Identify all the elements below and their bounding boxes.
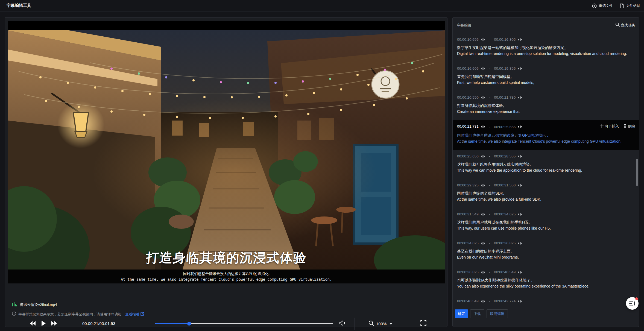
subtitle-entry[interactable]: 00:00:34.625 - 00:00:36.825 甚至在我们的微信的小程序…	[453, 237, 639, 266]
end-time[interactable]: 00:00:34.625	[494, 212, 516, 216]
subtitle-text-en[interactable]: First, we help customers build spatial m…	[457, 80, 634, 86]
time-adjust-icon[interactable]	[481, 38, 485, 41]
time-adjust-icon[interactable]	[481, 67, 485, 70]
time-adjust-icon[interactable]	[518, 184, 522, 187]
rewind-button[interactable]	[30, 321, 36, 326]
end-time[interactable]: 00:00:25.656	[494, 125, 516, 129]
subtitle-entry[interactable]: 00:00:20.550 - 00:00:21.730 打造身临其境的沉浸式体验…	[453, 91, 639, 120]
feedback-list-icon	[629, 301, 635, 307]
fast-forward-button[interactable]	[51, 321, 57, 326]
time-separator: -	[489, 125, 490, 129]
end-time[interactable]: 00:00:31.550	[494, 183, 516, 187]
divider	[354, 318, 355, 330]
topbar-actions: 重选文件 文件信息	[592, 0, 640, 11]
reselect-file-button[interactable]: 重选文件	[592, 3, 613, 8]
end-time[interactable]: 00:00:16.305	[494, 37, 516, 42]
start-time[interactable]: 00:00:31.549	[457, 212, 479, 216]
end-time[interactable]: 00:00:40.549	[494, 270, 516, 274]
time-adjust-icon[interactable]	[481, 96, 485, 99]
file-row: 腾讯云渲染v2final.mp4	[12, 302, 57, 308]
notification-dot	[635, 297, 638, 300]
subtitle-style-note: 字幕样式仅为效果示意，若需压制字幕至视频内，请使用转码功能	[18, 312, 121, 317]
time-adjust-icon[interactable]	[518, 67, 522, 70]
subtitle-text-zh[interactable]: 打造身临其境的沉浸式体验,	[457, 102, 634, 109]
time-adjust-icon[interactable]	[518, 96, 522, 99]
entry-time-row: 00:00:40.549 - 00:00:42.774	[457, 299, 634, 303]
subtitle-entry[interactable]: 00:00:25.656 - 00:00:28.555 这样我们就可以将应用搬到…	[453, 150, 639, 179]
subtitle-text-en[interactable]: Create an immersive experience that	[457, 109, 634, 115]
info-icon	[12, 312, 16, 317]
subtitle-text-en[interactable]: Digital twin real-time rendering is a on…	[457, 51, 634, 57]
start-time[interactable]: 00:00:25.656	[457, 154, 479, 158]
subtitle-entry[interactable]: 00:00:16.606 - 00:00:19.356 首先我们帮助客户构建空间…	[453, 62, 639, 91]
subtitle-text-zh[interactable]: 甚至在我们的微信的小程序上面,	[457, 248, 634, 254]
start-time[interactable]: 00:00:34.625	[457, 241, 479, 245]
time-adjust-icon[interactable]	[481, 213, 485, 216]
subtitle-text-en[interactable]: You can also experience the silky operat…	[457, 283, 634, 289]
subtitle-entry[interactable]: 00:00:10.656 - 00:00:16.305 数字孪生实时渲染是一站式…	[453, 33, 639, 62]
start-time[interactable]: 00:00:21.731	[457, 124, 479, 129]
start-time[interactable]: 00:00:36.825	[457, 270, 479, 274]
entry-time-row: 00:00:10.656 - 00:00:16.305	[457, 37, 634, 42]
file-info-button[interactable]: 文件信息	[620, 3, 640, 8]
subtitle-text-zh[interactable]: 这样我们就可以将应用搬到云端实时的渲染。	[457, 161, 634, 167]
seek-bar[interactable]	[155, 323, 333, 324]
confirm-button[interactable]: 确定	[455, 309, 468, 318]
subtitle-entry[interactable]: 00:00:40.549 - 00:00:42.774	[453, 295, 639, 304]
insert-below-button[interactable]: 向下插入	[600, 124, 619, 129]
subtitle-text-zh[interactable]: 同时我们也提供全端的SDK,	[457, 190, 634, 196]
time-adjust-icon[interactable]	[518, 38, 522, 41]
time-adjust-icon[interactable]	[518, 155, 522, 158]
start-time[interactable]: 00:00:29.325	[457, 183, 479, 187]
fullscreen-button[interactable]	[420, 320, 426, 326]
subtitle-text-zh[interactable]: 同时我们也整合腾讯云强大的边缘计算GPU的虚拟化，	[457, 132, 634, 138]
time-adjust-icon[interactable]	[481, 300, 485, 303]
subtitle-text-en[interactable]: This way, our users can use mobile phone…	[457, 225, 634, 231]
subtitle-entry[interactable]: 00:00:29.325 - 00:00:31.550 同时我们也提供全端的SD…	[453, 179, 639, 208]
end-time[interactable]: 00:00:28.555	[494, 154, 516, 158]
time-adjust-icon[interactable]	[481, 155, 485, 158]
subtitle-text-zh[interactable]: 首先我们帮助客户构建空间模型,	[457, 74, 634, 80]
time-adjust-icon[interactable]	[481, 184, 485, 187]
subtitle-entry-list[interactable]: 00:00:10.656 - 00:00:16.305 数字孪生实时渲染是一站式…	[453, 33, 639, 304]
subtitle-entry-selected[interactable]: 00:00:21.731 - 00:00:25.656 向下插入 删除	[453, 120, 639, 150]
end-time[interactable]: 00:00:42.774	[494, 299, 516, 303]
time-adjust-icon[interactable]	[518, 242, 522, 245]
subtitle-text-en[interactable]: Even on our WeChat Mini programs,	[457, 254, 634, 260]
subtitle-text-en[interactable]: At the same time, we also integrate Tenc…	[457, 138, 634, 144]
cancel-edit-button[interactable]: 取消编辑	[487, 309, 508, 318]
video-frame[interactable]: 打造身临其境的沉浸式体验 同时我们也整合腾讯云强大的边缘计算GPU的虚拟化, A…	[8, 21, 445, 283]
end-time[interactable]: 00:00:19.356	[494, 66, 516, 71]
subtitle-text-zh[interactable]: 也可以体验到3A大作那种丝滑的操作体验了。	[457, 277, 634, 283]
feedback-float-button[interactable]	[626, 297, 639, 310]
time-adjust-icon[interactable]	[481, 125, 485, 128]
time-adjust-icon[interactable]	[481, 242, 485, 245]
seek-handle[interactable]	[187, 322, 191, 326]
subtitle-text-en[interactable]: This way we can move the application to …	[457, 167, 634, 173]
play-button[interactable]	[41, 320, 46, 326]
time-adjust-icon[interactable]	[518, 213, 522, 216]
time-adjust-icon[interactable]	[518, 271, 522, 274]
start-time[interactable]: 00:00:10.656	[457, 37, 479, 42]
start-time[interactable]: 00:00:16.606	[457, 66, 479, 71]
view-guide-link[interactable]: 查看指引	[125, 312, 144, 317]
trash-icon	[623, 124, 627, 129]
subtitle-text-zh[interactable]: 数字孪生实时渲染是一站式的建模加可视化加云渲染的解决方案。	[457, 45, 634, 51]
subtitle-entry[interactable]: 00:00:31.549 - 00:00:34.625 这样我们的用户就可以在像…	[453, 208, 639, 237]
subtitle-entry[interactable]: 00:00:36.825 - 00:00:40.549 也可以体验到3A大作那种…	[453, 266, 639, 295]
subtitle-text-zh[interactable]: 这样我们的用户就可以在像我们的手机H五,	[457, 219, 634, 225]
volume-button[interactable]	[339, 320, 346, 326]
delete-button[interactable]: 删除	[623, 124, 635, 129]
time-adjust-icon[interactable]	[518, 125, 522, 128]
start-time[interactable]: 00:00:20.550	[457, 95, 479, 99]
download-button[interactable]: 下载	[470, 309, 484, 318]
scrollbar-thumb[interactable]	[636, 159, 638, 186]
start-time[interactable]: 00:00:40.549	[457, 299, 479, 303]
zoom-control[interactable]: 100%	[368, 320, 393, 327]
find-replace-button[interactable]: 查找替换	[615, 22, 635, 28]
time-adjust-icon[interactable]	[518, 300, 522, 303]
time-adjust-icon[interactable]	[481, 271, 485, 274]
subtitle-text-en[interactable]: At the same time, we also provide a full…	[457, 196, 634, 202]
end-time[interactable]: 00:00:21.730	[494, 95, 516, 99]
end-time[interactable]: 00:00:36.825	[494, 241, 516, 245]
